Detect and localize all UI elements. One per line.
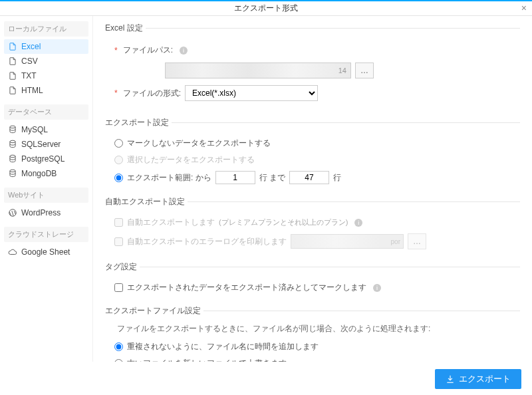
sidebar-item-label: SQLServer — [21, 140, 61, 149]
sidebar-item-label: HTML — [21, 86, 43, 95]
radio-time-label: 重複されないように、ファイル名に時間を追加します — [127, 341, 319, 352]
check-log-input — [114, 237, 123, 246]
log-path-input — [291, 234, 404, 249]
format-select[interactable]: Excel(*.xlsx) — [185, 85, 318, 101]
info-icon[interactable]: i — [180, 47, 188, 55]
check-log-label: 自動エクスポートのエラーログを印刷します — [127, 236, 287, 247]
check-log: 自動エクスポートのエラーログを印刷します … — [105, 231, 520, 252]
legend-excel: Excel 設定 — [105, 23, 146, 34]
range-from-input[interactable] — [215, 171, 255, 184]
check-auto: 自動エクスポートします (プレミアムプランとそれ以上のプラン) i — [105, 214, 520, 231]
radio-range-label: エクスポート範囲: から — [127, 172, 211, 184]
radio-overwrite[interactable]: 古いファイルを新しいファイルで上書きます — [105, 355, 520, 362]
sidebar-item-label: Google Sheet — [21, 247, 70, 257]
required-marker: * — [114, 88, 118, 98]
radio-selected: 選択したデータをエクスポートする — [105, 152, 520, 168]
section-export: エクスポート設定 マークしないデータをエクスポートする 選択したデータをエクスポ… — [105, 117, 520, 196]
check-auto-label: 自動エクスポートします — [127, 217, 215, 228]
check-auto-input — [114, 218, 123, 227]
svg-point-1 — [10, 140, 15, 143]
export-button-label: エクスポート — [459, 373, 511, 385]
file-desc: ファイルをエクスポートするときに、ファイル名が同じ場合、次のように処理されます: — [105, 323, 520, 334]
range-to-input[interactable] — [289, 171, 329, 184]
main-area: ローカルファイルExcelCSVTXTHTMLデータベースMySQLSQLSer… — [0, 16, 532, 362]
sidebar-item-google-sheet[interactable]: Google Sheet — [4, 245, 88, 259]
legend-tag: タグ設定 — [105, 261, 140, 273]
check-mark-input[interactable] — [114, 283, 123, 292]
wordpress-icon — [8, 208, 17, 217]
radio-range[interactable]: エクスポート範囲: から 行 まで 行 — [105, 168, 520, 187]
radio-time[interactable]: 重複されないように、ファイル名に時間を追加します — [105, 338, 520, 355]
sidebar-header: データベース — [4, 104, 88, 120]
legend-file: エクスポートファイル設定 — [105, 305, 203, 317]
info-icon[interactable]: i — [373, 284, 381, 292]
section-auto: 自動エクスポート設定 自動エクスポートします (プレミアムプランとそれ以上のプラ… — [105, 196, 520, 261]
title-bar: エクスポート形式 × — [0, 0, 532, 16]
sidebar-header: ローカルファイル — [4, 21, 88, 37]
sidebar-item-txt[interactable]: TXT — [4, 68, 88, 83]
legend-export: エクスポート設定 — [105, 117, 172, 128]
radio-selected-label: 選択したデータをエクスポートする — [127, 154, 255, 166]
dialog-title: エクスポート形式 — [234, 3, 298, 14]
sidebar: ローカルファイルExcelCSVTXTHTMLデータベースMySQLSQLSer… — [0, 16, 93, 362]
radio-overwrite-input[interactable] — [114, 359, 123, 362]
sidebar-item-postgresql[interactable]: PostgreSQL — [4, 152, 88, 166]
info-icon[interactable]: i — [354, 219, 362, 227]
close-icon[interactable]: × — [521, 3, 527, 13]
sidebar-item-wordpress[interactable]: WordPress — [4, 205, 88, 220]
check-mark[interactable]: エクスポートされたデータをエクスポート済みとしてマークします i — [105, 279, 520, 296]
check-mark-label: エクスポートされたデータをエクスポート済みとしてマークします — [127, 282, 366, 293]
radio-selected-input — [114, 156, 123, 164]
sidebar-item-excel[interactable]: Excel — [4, 39, 88, 54]
sidebar-item-label: WordPress — [21, 208, 61, 217]
sidebar-item-label: MySQL — [21, 125, 48, 134]
export-icon — [446, 374, 455, 384]
svg-point-0 — [10, 126, 15, 128]
radio-unmarked[interactable]: マークしないデータをエクスポートする — [105, 135, 520, 152]
row-filepath: * ファイルパス: i — [105, 45, 520, 56]
range-suffix-label: 行 — [333, 172, 341, 184]
premium-hint: (プレミアムプランとそれ以上のプラン) — [219, 217, 348, 227]
label-format: ファイルの形式: — [123, 88, 181, 99]
sidebar-header: Webサイト — [4, 188, 88, 203]
radio-unmarked-input[interactable] — [114, 139, 123, 148]
row-filepath-input: … — [105, 63, 520, 78]
browse-button[interactable]: … — [355, 63, 374, 78]
section-tag: タグ設定 エクスポートされたデータをエクスポート済みとしてマークします i — [105, 261, 520, 305]
sidebar-item-mongodb[interactable]: MongoDB — [4, 166, 88, 181]
sidebar-item-label: PostgreSQL — [21, 154, 65, 164]
radio-range-input[interactable] — [114, 174, 123, 182]
sidebar-item-sqlserver[interactable]: SQLServer — [4, 137, 88, 152]
export-button[interactable]: エクスポート — [435, 369, 521, 389]
sidebar-item-mysql[interactable]: MySQL — [4, 122, 88, 137]
db-icon — [8, 154, 17, 164]
label-filepath: ファイルパス: — [123, 45, 173, 56]
log-browse-button: … — [408, 233, 426, 249]
file-icon — [8, 57, 17, 66]
db-icon — [8, 125, 17, 134]
range-mid-label: 行 まで — [259, 172, 285, 184]
sidebar-item-label: CSV — [21, 57, 38, 66]
excel-icon — [8, 42, 17, 51]
sidebar-item-label: Excel — [21, 42, 41, 51]
sidebar-item-html[interactable]: HTML — [4, 83, 88, 98]
file-icon — [8, 86, 17, 95]
section-file: エクスポートファイル設定 ファイルをエクスポートするときに、ファイル名が同じ場合… — [105, 305, 520, 362]
sidebar-header: クラウドストレージ — [4, 227, 88, 242]
content-panel: Excel 設定 * ファイルパス: i … * ファイルの形式: Excel(… — [93, 16, 532, 362]
svg-point-3 — [10, 170, 15, 172]
db-icon — [8, 169, 17, 178]
svg-point-2 — [10, 155, 15, 158]
cloud-icon — [8, 247, 17, 257]
section-excel: Excel 設定 * ファイルパス: i … * ファイルの形式: Excel(… — [105, 23, 520, 117]
radio-time-input[interactable] — [114, 342, 123, 351]
legend-auto: 自動エクスポート設定 — [105, 196, 188, 207]
radio-unmarked-label: マークしないデータをエクスポートする — [127, 138, 271, 149]
sidebar-item-label: TXT — [21, 71, 37, 80]
file-icon — [8, 71, 17, 80]
filepath-input[interactable] — [165, 63, 351, 78]
footer: エクスポート — [0, 363, 532, 395]
radio-overwrite-label: 古いファイルを新しいファイルで上書きます — [127, 358, 287, 362]
db-icon — [8, 140, 17, 149]
sidebar-item-csv[interactable]: CSV — [4, 54, 88, 68]
